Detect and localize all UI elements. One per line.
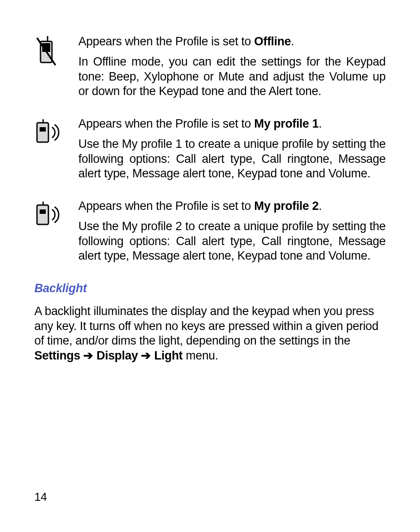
bold-term: Offline [254,35,291,48]
text-fragment: Appears when the Profile is set to [78,35,254,48]
manual-page: Appears when the Profile is set to Offli… [0,0,420,532]
bold-term: My profile 2 [254,199,318,213]
offline-desc-text: In Offline mode, you can edit the settin… [78,55,386,99]
page-number: 14 [34,490,47,504]
offline-phone-icon [34,34,78,68]
myprofile1-desc-text: Use the My profile 1 to create a unique … [78,137,386,181]
text-fragment: . [291,35,294,48]
backlight-heading: Backlight [34,281,386,296]
profile-row-myprofile2: Appears when the Profile is set to My pr… [34,199,386,269]
myprofile2-desc-text: Use the My profile 2 to create a unique … [78,219,386,264]
bold-term: Display [96,349,138,362]
svg-rect-5 [37,123,48,142]
myprofile2-lead-text: Appears when the Profile is set to My pr… [78,199,386,214]
svg-point-3 [47,36,48,38]
svg-rect-9 [40,209,46,214]
profile-row-myprofile1: Appears when the Profile is set to My pr… [34,117,386,187]
text-fragment: . [319,199,322,213]
offline-lead-text: Appears when the Profile is set to Offli… [78,34,386,49]
myprofile1-lead-text: Appears when the Profile is set to My pr… [78,117,386,132]
bold-term: Light [154,349,182,362]
backlight-paragraph: A backlight illuminates the display and … [34,304,386,363]
text-fragment: menu. [183,349,218,362]
my-profile-2-icon [34,199,78,229]
profile-row-offline: Appears when the Profile is set to Offli… [34,34,386,104]
arrow-icon: ➔ [80,349,96,362]
text-fragment: . [319,117,322,130]
text-fragment: A backlight illuminates the display and … [34,305,379,348]
arrow-icon: ➔ [138,349,154,362]
bold-term: My profile 1 [254,117,318,130]
my-profile-1-icon [34,117,78,147]
svg-rect-8 [37,205,48,224]
text-fragment: Appears when the Profile is set to [78,199,254,213]
text-fragment: Appears when the Profile is set to [78,117,254,130]
bold-term: Settings [34,349,80,362]
svg-rect-6 [40,127,46,132]
